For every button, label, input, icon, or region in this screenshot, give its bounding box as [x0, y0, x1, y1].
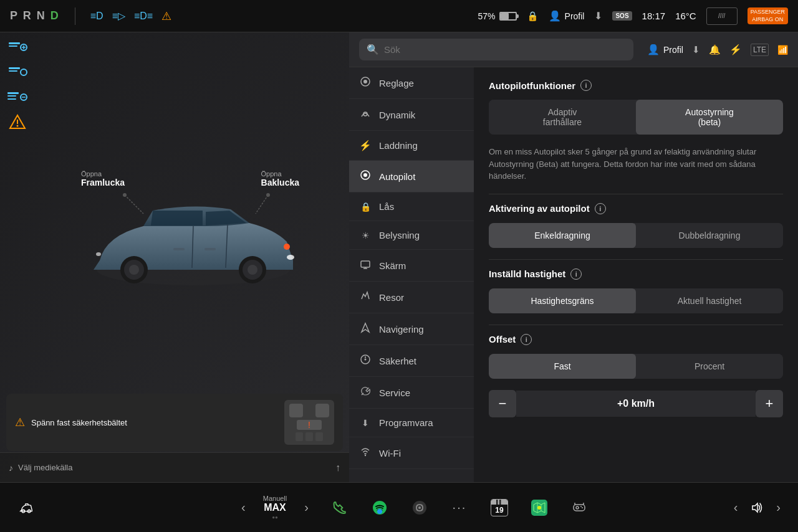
svg-point-36 — [363, 173, 367, 177]
divider-2 — [489, 259, 783, 260]
temp-display: 16°C — [675, 11, 696, 21]
menu-item-wifi[interactable]: Wi-Fi — [349, 437, 474, 469]
rear-light-icon: ≡▷ — [112, 10, 125, 22]
media-up-icon[interactable]: ↑ — [335, 462, 340, 473]
search-input-area[interactable]: 🔍 — [359, 39, 633, 60]
offset-value-control: − +0 km/h + — [489, 390, 783, 417]
media-bar[interactable]: ♪ Välj mediekälla ↑ — [0, 452, 349, 482]
wifi-icon — [359, 446, 372, 460]
menu-label-sakerhet: Säkerhet — [379, 356, 416, 366]
menu-item-programvara[interactable]: ⬇ Programvara — [349, 409, 474, 437]
alert-bar: ⚠ Spänn fast säkerhetsbältet ! — [6, 394, 343, 451]
autosteering-btn[interactable]: Autostyrning (beta) — [636, 100, 783, 135]
svg-point-54 — [537, 506, 541, 510]
battery-icon — [499, 12, 517, 21]
prnd-display: P R N D — [10, 9, 60, 22]
search-input[interactable] — [384, 44, 626, 55]
download-icon-status[interactable]: ⬇ — [594, 10, 602, 22]
svg-rect-3 — [9, 67, 20, 69]
svg-marker-40 — [362, 323, 369, 332]
battery-percent: 57% — [478, 11, 496, 21]
svg-point-13 — [17, 125, 19, 127]
drl-icon — [6, 39, 29, 56]
speed-limit-btn[interactable]: Hastighetsgräns — [489, 288, 636, 313]
offset-info-icon[interactable]: i — [521, 334, 532, 345]
rear-light-icon-left — [6, 64, 29, 81]
taskbar-maps-btn[interactable] — [526, 494, 553, 521]
menu-item-reglage[interactable]: Reglage — [349, 67, 474, 99]
seat-map: ! — [284, 400, 334, 445]
gear-d: D — [50, 9, 60, 22]
bell-icon[interactable]: 🔔 — [709, 44, 721, 55]
resor-icon — [359, 290, 372, 304]
svg-rect-8 — [7, 98, 16, 100]
current-speed-btn[interactable]: Aktuell hastighet — [636, 288, 783, 313]
taskbar-forward-arrow[interactable]: › — [771, 498, 786, 517]
profile-search-label: Profil — [663, 45, 683, 55]
menu-item-las[interactable]: 🔒 Lås — [349, 192, 474, 221]
taskbar-gamepad-btn[interactable] — [565, 494, 593, 521]
svg-rect-37 — [361, 261, 370, 267]
autopilot-info-icon[interactable]: i — [580, 80, 592, 91]
svg-point-45 — [365, 455, 366, 456]
main-layout: Öppna Framlucka Öppna Baklucka — [0, 32, 798, 482]
menu-item-belysning[interactable]: ☀ Belysning — [349, 221, 474, 250]
taskbar: ‹ Manuell MAX ●● › — [0, 482, 798, 532]
media-next-arrow[interactable]: › — [299, 498, 314, 517]
taskbar-back-arrow[interactable]: ‹ — [729, 498, 743, 517]
autopilot-functions-title: Autopilotfunktioner i — [489, 80, 783, 91]
media-source-label[interactable]: Välj mediekälla — [18, 463, 72, 472]
left-indicator-icons — [6, 39, 29, 131]
profile-button[interactable]: 👤 Profil — [549, 10, 585, 22]
profile-label: Profil — [565, 11, 585, 21]
svg-point-5 — [21, 69, 27, 75]
download-icon-search[interactable]: ⬇ — [692, 44, 700, 55]
gear-n: N — [37, 9, 46, 22]
svg-rect-0 — [9, 42, 20, 44]
seatbelt-warning-icon — [6, 113, 29, 131]
media-sub-label: Manuell — [263, 495, 287, 502]
offset-minus-btn[interactable]: − — [489, 390, 516, 417]
menu-item-skarm[interactable]: Skärm — [349, 250, 474, 282]
search-magnifier-icon: 🔍 — [367, 44, 379, 55]
taskbar-camera-btn[interactable] — [406, 494, 433, 521]
rear-hood-label[interactable]: Öppna Baklucka — [261, 170, 299, 188]
menu-item-navigering[interactable]: Navigering — [349, 313, 474, 345]
taskbar-left — [12, 494, 137, 521]
profile-icon-search[interactable]: 👤 Profil — [647, 44, 683, 55]
front-hood-label[interactable]: Öppna Framlucka — [81, 170, 125, 188]
offset-percent-btn[interactable]: Procent — [636, 354, 783, 379]
spotify-notif-dot — [377, 509, 382, 514]
gear-p: P — [10, 9, 19, 22]
taskbar-calendar-btn[interactable]: ▌▌ 19 — [486, 494, 513, 521]
svg-rect-55 — [574, 505, 585, 511]
indicator-icons: ≡D ≡▷ ≡D≡ ⚠ — [90, 9, 171, 23]
menu-item-sakerhet[interactable]: Säkerhet — [349, 345, 474, 377]
menu-sidebar: Reglage Dynamik ⚡ Laddning — [349, 67, 474, 482]
taskbar-dots-btn[interactable]: ··· — [446, 494, 473, 521]
offset-fast-btn[interactable]: Fast — [489, 354, 636, 379]
taskbar-car-btn[interactable] — [12, 494, 40, 521]
menu-item-autopilot[interactable]: Autopilot — [349, 161, 474, 192]
media-prev-arrow[interactable]: ‹ — [236, 498, 251, 517]
speed-info-icon[interactable]: i — [570, 268, 582, 280]
car-image-area: Öppna Framlucka Öppna Baklucka — [37, 51, 349, 420]
menu-item-dynamik[interactable]: Dynamik — [349, 99, 474, 131]
double-drag-btn[interactable]: Dubbeldragning — [636, 223, 783, 248]
menu-item-resor[interactable]: Resor — [349, 282, 474, 313]
offset-plus-btn[interactable]: + — [756, 390, 783, 417]
belysning-icon: ☀ — [359, 230, 372, 240]
menu-item-laddning[interactable]: ⚡ Laddning — [349, 131, 474, 161]
taskbar-spotify-btn[interactable] — [366, 494, 393, 521]
adaptive-cruise-btn[interactable]: Adaptiv farthållare — [489, 100, 636, 135]
divider-3 — [489, 325, 783, 325]
bluetooth-icon[interactable]: ⚡ — [729, 44, 742, 55]
activation-title: Aktivering av autopilot i — [489, 203, 783, 214]
gear-r: R — [23, 9, 32, 22]
activation-info-icon[interactable]: i — [595, 203, 606, 214]
taskbar-phone-btn[interactable] — [326, 494, 353, 521]
left-panel: Öppna Framlucka Öppna Baklucka — [0, 32, 349, 482]
single-drag-btn[interactable]: Enkeldragning — [489, 223, 636, 248]
volume-control[interactable] — [750, 501, 764, 515]
menu-item-service[interactable]: Service — [349, 377, 474, 409]
